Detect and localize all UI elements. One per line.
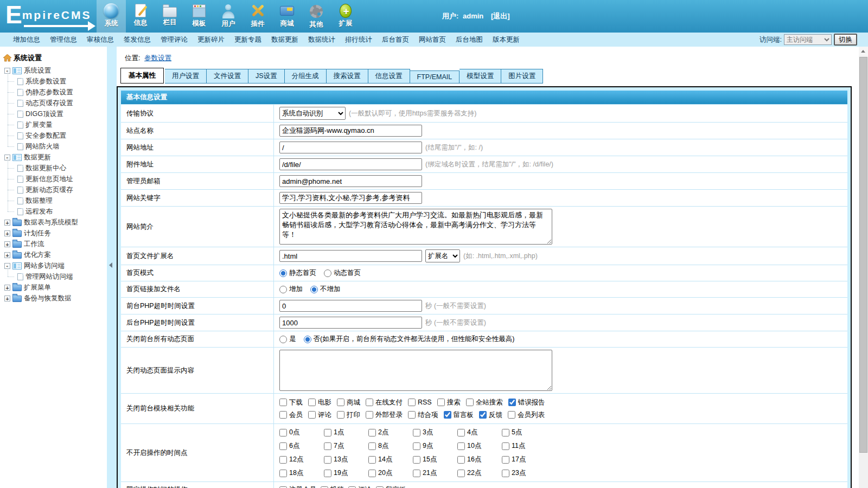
checkbox[interactable] xyxy=(324,470,331,477)
settings-tab[interactable]: 用户设置 xyxy=(165,69,207,84)
main-nav-item[interactable]: 栏目 xyxy=(155,0,184,33)
menubar-item[interactable]: 更新专题 xyxy=(229,33,266,47)
switch-button[interactable]: 切换 xyxy=(834,34,857,46)
hour-checkbox-option[interactable]: 3点 xyxy=(413,428,457,437)
close-dynamic-option[interactable]: 是 xyxy=(279,335,296,344)
settings-tab[interactable]: 分组生成 xyxy=(285,69,327,84)
settings-tab[interactable]: 信息设置 xyxy=(368,69,410,84)
hour-checkbox-option[interactable]: 10点 xyxy=(457,441,502,451)
checkbox[interactable] xyxy=(502,470,509,477)
sidebar-tree-item[interactable]: 工作流 xyxy=(0,239,107,249)
menubar-item[interactable]: 版本更新 xyxy=(488,33,525,47)
settings-tab[interactable]: JS设置 xyxy=(248,69,285,84)
hour-checkbox-option[interactable]: 8点 xyxy=(368,441,413,451)
main-nav-item[interactable]: 用户 xyxy=(214,0,243,33)
hour-checkbox-option[interactable]: 4点 xyxy=(457,428,502,437)
sidebar-tree-item[interactable]: 备份与恢复数据 xyxy=(0,293,107,304)
sidebar-collapse-icon[interactable] xyxy=(109,262,112,268)
main-nav-item[interactable]: 信息 xyxy=(126,0,155,33)
sidebar-tree-item[interactable]: 优化方案 xyxy=(0,249,107,260)
radio-button[interactable] xyxy=(279,269,287,277)
logout-link[interactable]: [退出] xyxy=(491,12,510,20)
module-checkbox-option[interactable]: 会员 xyxy=(279,409,303,420)
site-name-input[interactable] xyxy=(279,125,422,137)
module-checkbox-option[interactable]: 打印 xyxy=(337,409,360,420)
checkbox[interactable] xyxy=(368,442,376,450)
checkbox[interactable] xyxy=(279,456,287,464)
hour-checkbox-option[interactable]: 2点 xyxy=(368,428,413,437)
ext-select[interactable]: 扩展名 xyxy=(425,249,460,262)
settings-tab[interactable]: 搜索设置 xyxy=(327,69,368,84)
checkbox[interactable] xyxy=(279,411,287,419)
limit-op-checkbox-option[interactable]: 注册会员 xyxy=(279,485,316,488)
hour-checkbox-option[interactable]: 14点 xyxy=(368,455,413,464)
hour-checkbox-option[interactable]: 18点 xyxy=(279,468,324,478)
module-checkbox-option[interactable]: 在线支付 xyxy=(366,397,403,408)
checkbox[interactable] xyxy=(279,486,287,488)
checkbox[interactable] xyxy=(437,399,445,406)
checkbox[interactable] xyxy=(413,456,420,464)
checkbox[interactable] xyxy=(324,442,331,450)
menubar-item[interactable]: 数据统计 xyxy=(303,33,340,47)
menubar-item[interactable]: 更新碎片 xyxy=(193,33,229,47)
checkbox[interactable] xyxy=(368,470,376,477)
breadcrumb-link[interactable]: 参数设置 xyxy=(144,54,171,62)
checkbox[interactable] xyxy=(502,442,509,450)
module-checkbox-option[interactable]: 外部登录 xyxy=(366,409,403,420)
sidebar-tree-item[interactable]: 更新动态页缓存 xyxy=(0,184,107,195)
settings-tab[interactable]: 文件设置 xyxy=(207,69,248,84)
sidebar-tree-item[interactable]: 管理网站访问端 xyxy=(0,271,107,282)
sidebar-tree-item[interactable]: 远程发布 xyxy=(0,206,107,217)
tree-toggle-icon[interactable] xyxy=(4,220,10,226)
menubar-item[interactable]: 数据更新 xyxy=(266,33,303,47)
hour-checkbox-option[interactable]: 20点 xyxy=(368,468,413,478)
checkbox[interactable] xyxy=(279,429,287,436)
sidebar-tree-item[interactable]: 更新信息页地址 xyxy=(0,174,107,184)
site-url-input[interactable] xyxy=(279,142,422,153)
index-ext-input[interactable] xyxy=(279,250,422,262)
index-filename-option[interactable]: 增加 xyxy=(279,285,303,294)
checkbox[interactable] xyxy=(308,399,316,406)
checkbox[interactable] xyxy=(408,411,416,419)
checkbox[interactable] xyxy=(413,442,420,450)
checkbox[interactable] xyxy=(413,470,420,477)
checkbox[interactable] xyxy=(337,399,344,406)
module-checkbox-option[interactable]: 反馈 xyxy=(479,409,502,420)
sidebar-tree-item[interactable]: 数据整理 xyxy=(0,195,107,206)
hour-checkbox-option[interactable]: 6点 xyxy=(279,441,324,451)
checkbox[interactable] xyxy=(413,429,420,436)
module-checkbox-option[interactable]: 评论 xyxy=(308,409,331,420)
module-checkbox-option[interactable]: 下载 xyxy=(279,397,303,408)
sidebar-tree-item[interactable]: 网站防火墙 xyxy=(0,141,107,152)
hour-checkbox-option[interactable]: 7点 xyxy=(324,441,368,451)
main-nav-item[interactable]: 商城 xyxy=(272,0,302,33)
sidebar-tree-item[interactable]: 系统设置 xyxy=(0,65,107,76)
settings-tab[interactable]: 基本属性 xyxy=(120,68,164,84)
checkbox[interactable] xyxy=(366,399,373,406)
tree-toggle-icon[interactable] xyxy=(4,296,10,301)
hour-checkbox-option[interactable]: 11点 xyxy=(502,441,546,451)
checkbox[interactable] xyxy=(466,399,474,406)
menubar-item[interactable]: 增加信息 xyxy=(8,33,45,47)
module-checkbox-option[interactable]: 留言板 xyxy=(444,409,474,420)
attachment-url-input[interactable] xyxy=(279,158,422,170)
hour-checkbox-option[interactable]: 16点 xyxy=(457,455,502,464)
sidebar-tree-item[interactable]: 安全参数配置 xyxy=(0,130,107,141)
menubar-item[interactable]: 审核信息 xyxy=(82,33,119,47)
menubar-item[interactable]: 管理评论 xyxy=(156,33,193,47)
sidebar-tree-item[interactable]: 数据表与系统模型 xyxy=(0,217,107,228)
radio-button[interactable] xyxy=(310,286,318,293)
module-checkbox-option[interactable]: 电影 xyxy=(308,397,331,408)
index-mode-option[interactable]: 动态首页 xyxy=(324,268,361,278)
vertical-scrollbar[interactable] xyxy=(859,47,868,488)
module-checkbox-option[interactable]: 会员列表 xyxy=(508,409,545,420)
hour-checkbox-option[interactable]: 5点 xyxy=(502,428,546,437)
radio-button[interactable] xyxy=(324,269,331,277)
checkbox[interactable] xyxy=(279,442,287,450)
checkbox[interactable] xyxy=(457,429,465,436)
menubar-item[interactable]: 后台地图 xyxy=(451,33,488,47)
limit-op-checkbox-option[interactable]: 评论 xyxy=(348,485,372,488)
tree-toggle-icon[interactable] xyxy=(4,252,10,258)
module-checkbox-option[interactable]: RSS xyxy=(408,397,432,408)
checkbox[interactable] xyxy=(376,486,384,488)
